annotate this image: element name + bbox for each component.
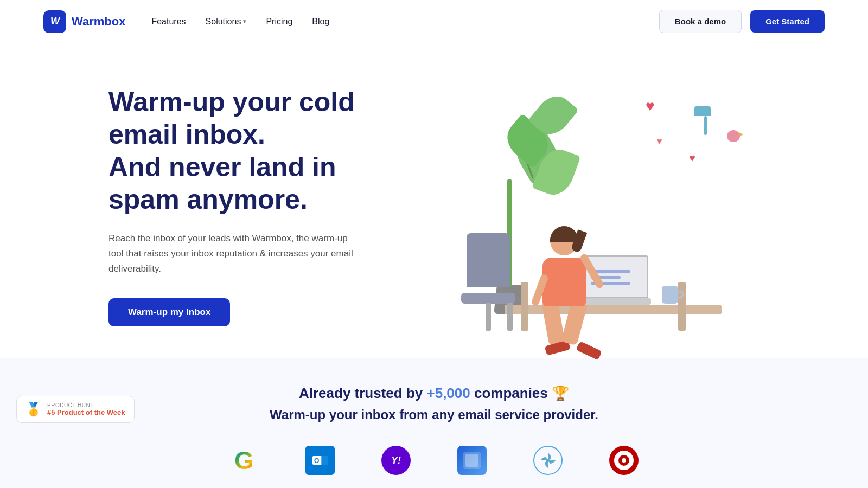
warmup-cta-button[interactable]: Warm-up my Inbox: [108, 298, 230, 326]
svg-rect-4: [465, 454, 478, 467]
nav-links: Features Solutions ▾ Pricing Blog: [151, 17, 329, 27]
laptop-base: [580, 298, 651, 305]
logo-icon: W: [43, 10, 66, 33]
chair-back: [467, 233, 510, 287]
heart-icon-large: ♥: [646, 98, 664, 114]
illustration-container: ♥ ♥ ♥: [477, 81, 760, 331]
desk-leg-left: [521, 282, 528, 331]
trusted-title: Already trusted by +5,000 companies 🏆: [43, 385, 825, 402]
hero-section: Warm-up your cold email inbox. And never…: [0, 43, 868, 358]
ph-text: PRODUCT HUNT #5 Product of the Week: [47, 402, 125, 416]
lamp-icon: [694, 108, 716, 136]
heart-icon-small: ♥: [656, 136, 668, 146]
get-started-button[interactable]: Get Started: [750, 10, 825, 33]
nav-pricing[interactable]: Pricing: [266, 17, 292, 26]
yahoo-logo: Y!: [380, 444, 412, 477]
target-logo: [608, 444, 640, 477]
hero-content: Warm-up your cold email inbox. And never…: [108, 86, 412, 326]
logo-link[interactable]: W Warmbox: [43, 10, 125, 33]
nav-blog[interactable]: Blog: [312, 17, 329, 26]
google-logo: G: [228, 444, 260, 477]
heart-icon-medium: ♥: [689, 152, 702, 164]
desk-leg-right: [678, 282, 686, 331]
outlook-logo: O: [304, 444, 336, 477]
person-arm-left: [531, 273, 549, 306]
trusted-section: Already trusted by +5,000 companies 🏆 Wa…: [0, 358, 868, 488]
nova-logo: [532, 444, 564, 477]
nav-right: Book a demo Get Started: [659, 10, 825, 33]
svg-point-5: [546, 459, 550, 462]
book-demo-button[interactable]: Book a demo: [659, 10, 742, 33]
chair-leg-2: [507, 303, 513, 331]
person-torso: [542, 258, 586, 306]
person-head: [550, 226, 578, 255]
hero-description: Reach the inbox of your leads with Warmb…: [108, 231, 358, 277]
person-figure: [542, 258, 586, 306]
mug: [662, 286, 678, 304]
chair-seat: [461, 293, 515, 304]
shortcut-logo: [456, 444, 488, 477]
chair-leg-1: [486, 303, 491, 331]
solutions-chevron-icon: ▾: [243, 18, 246, 25]
product-hunt-badge: 🥇 PRODUCT HUNT #5 Product of the Week: [16, 396, 135, 423]
medal-icon: 🥇: [25, 402, 42, 417]
nav-features[interactable]: Features: [151, 17, 186, 26]
brand-name: Warmbox: [72, 15, 125, 29]
person-shoe-right: [576, 341, 602, 360]
svg-text:O: O: [314, 457, 319, 465]
nav-solutions[interactable]: Solutions ▾: [206, 17, 247, 27]
hero-title: Warm-up your cold email inbox. And never…: [108, 86, 412, 216]
nav-left: W Warmbox Features Solutions ▾ Pricing B…: [43, 10, 329, 33]
hero-illustration: ♥ ♥ ♥: [412, 76, 825, 336]
desk: [505, 305, 722, 314]
bird-beak-icon: [739, 132, 743, 137]
navbar: W Warmbox Features Solutions ▾ Pricing B…: [0, 0, 868, 43]
provider-logos: G O Y!: [43, 444, 825, 477]
svg-rect-2: [321, 456, 328, 465]
bird-icon: [727, 130, 740, 142]
trusted-subtitle: Warm-up your inbox from any email servic…: [43, 407, 825, 422]
